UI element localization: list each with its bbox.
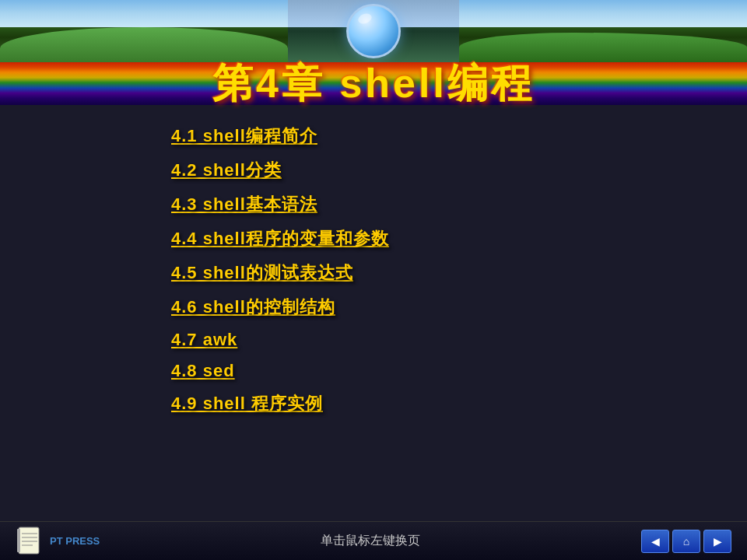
menu-item-4-5[interactable]: 4.5 shell的测试表达式 [171, 257, 747, 289]
banner-right [459, 0, 747, 62]
svg-rect-1 [17, 529, 20, 552]
menu-item-4-8[interactable]: 4.8 sed [171, 357, 747, 385]
top-banner [0, 0, 747, 62]
publisher-logo: PT PRESS [16, 526, 100, 557]
menu-item-4-3[interactable]: 4.3 shell基本语法 [171, 189, 747, 220]
next-button[interactable]: ▶ [703, 530, 731, 553]
globe-icon [346, 4, 401, 58]
prev-button[interactable]: ◀ [641, 530, 669, 553]
menu-item-4-9[interactable]: 4.9 shell 程序实例 [171, 388, 747, 419]
chapter-header: 第4章 shell编程 [0, 62, 747, 105]
nav-hint: 单击鼠标左键换页 [100, 533, 641, 549]
banner-center [288, 0, 459, 62]
menu-item-4-2[interactable]: 4.2 shell分类 [171, 155, 747, 186]
book-icon [16, 526, 44, 557]
chapter-title: 第4章 shell编程 [212, 57, 535, 111]
banner-left [0, 0, 288, 62]
logo-text: PT PRESS [50, 535, 100, 547]
bottom-bar: PT PRESS 单击鼠标左键换页 ◀ ⌂ ▶ [0, 521, 747, 560]
svg-rect-0 [19, 527, 39, 554]
menu-item-4-7[interactable]: 4.7 awk [171, 326, 747, 354]
menu-item-4-1[interactable]: 4.1 shell编程简介 [171, 121, 747, 152]
navigation-buttons: ◀ ⌂ ▶ [641, 530, 731, 553]
menu-item-4-4[interactable]: 4.4 shell程序的变量和参数 [171, 223, 747, 254]
menu-item-4-6[interactable]: 4.6 shell的控制结构 [171, 292, 747, 323]
home-button[interactable]: ⌂ [672, 530, 700, 553]
main-content: 4.1 shell编程简介 4.2 shell分类 4.3 shell基本语法 … [0, 105, 747, 521]
